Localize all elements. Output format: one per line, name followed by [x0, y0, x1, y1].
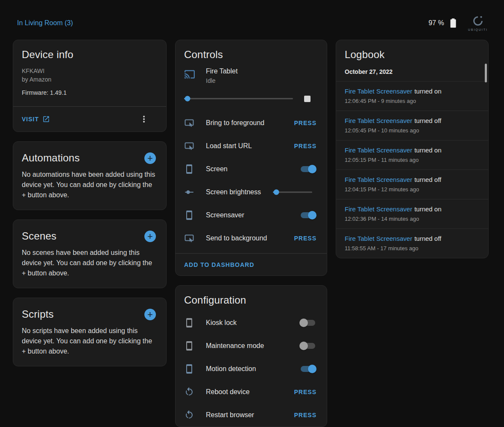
logbook-entry: Fire Tablet Screensaverturned off 12:05:… — [336, 111, 488, 140]
plus-icon: + — [147, 153, 153, 164]
configuration-row: Restart browser PRESS — [176, 404, 327, 427]
logbook-title: Logbook — [336, 40, 488, 61]
logbook-entity-link[interactable]: Fire Tablet Screensaver — [345, 176, 412, 183]
logbook-entity-link[interactable]: Fire Tablet Screensaver — [345, 88, 412, 95]
tablet-icon — [184, 318, 194, 328]
logbook-entry-line: Fire Tablet Screensaverturned off — [345, 234, 480, 243]
configuration-row: Motion detection — [176, 357, 327, 380]
control-row: Bring to foreground PRESS — [176, 111, 327, 135]
toggle-switch[interactable] — [299, 319, 316, 327]
automations-empty-text: No automations have been added using thi… — [13, 164, 166, 210]
add-automation-button[interactable]: + — [144, 152, 156, 164]
press-button[interactable]: PRESS — [294, 389, 316, 395]
logbook-entry-time: 11:58:55 AM - 17 minutes ago — [345, 245, 480, 252]
media-player-row[interactable]: Fire Tablet Idle — [176, 61, 327, 84]
logbook-entry-time: 12:05:15 PM - 11 minutes ago — [345, 157, 480, 163]
restart-icon — [184, 387, 194, 397]
logbook-scrollbar[interactable] — [485, 64, 487, 82]
add-scene-button[interactable]: + — [144, 231, 156, 242]
battery-icon — [448, 18, 459, 29]
control-row: Load start URL PRESS — [176, 135, 327, 158]
logbook-entity-link[interactable]: Fire Tablet Screensaver — [345, 205, 412, 213]
configuration-label: Reboot device — [206, 388, 294, 396]
cast-icon — [184, 69, 195, 80]
slider-thumb[interactable] — [274, 190, 279, 195]
toggle-switch[interactable] — [299, 365, 316, 373]
ubiquiti-logo-mark — [472, 15, 484, 27]
device-info-actions: VISIT — [13, 106, 166, 132]
media-player-name: Fire Tablet — [206, 67, 237, 75]
control-row: Send to background PRESS — [176, 227, 327, 250]
automations-title: Automations — [22, 152, 80, 164]
control-row: Screen — [176, 158, 327, 181]
press-button[interactable]: PRESS — [294, 143, 316, 149]
scripts-empty-text: No scripts have been added using this de… — [13, 320, 166, 366]
configuration-label: Kiosk lock — [206, 319, 299, 327]
toggle-thumb — [299, 319, 308, 327]
logbook-entry: Fire Tablet Screensaverturned off 12:04:… — [336, 170, 488, 199]
configuration-row: Reboot device PRESS — [176, 380, 327, 404]
logbook-entry: Fire Tablet Screensaverturned on 12:02:3… — [336, 199, 488, 228]
control-label: Screen — [206, 165, 299, 173]
configuration-rows: Kiosk lock Maintenance mode — [176, 311, 327, 427]
plus-icon: + — [147, 231, 153, 242]
toggle-thumb — [299, 342, 308, 350]
control-label: Screensaver — [206, 211, 299, 219]
toggle-switch[interactable] — [299, 211, 316, 219]
device-model: KFKAWI — [13, 61, 166, 75]
tablet-icon — [184, 341, 194, 351]
tablet-icon — [184, 364, 194, 374]
press-button[interactable]: PRESS — [294, 120, 316, 126]
tap-button-icon — [184, 141, 194, 151]
controls-card: Controls Fire Tablet Idle — [175, 40, 327, 276]
logbook-entry-time: 12:04:15 PM - 12 minutes ago — [345, 186, 480, 193]
scenes-header: Scenes + — [13, 220, 166, 242]
toggle-switch[interactable] — [299, 342, 316, 350]
media-volume-slider[interactable] — [184, 94, 293, 103]
logbook-entry-time: 12:06:45 PM - 9 minutes ago — [345, 98, 480, 104]
toggle-thumb — [308, 211, 316, 219]
media-slider-row — [176, 84, 327, 103]
tap-button-icon — [184, 233, 194, 243]
visit-button[interactable]: VISIT — [22, 115, 50, 123]
automations-header: Automations + — [13, 142, 166, 164]
plus-icon: + — [147, 309, 153, 320]
open-in-new-icon — [42, 115, 50, 123]
control-label: Screen brightness — [206, 188, 273, 196]
area-breadcrumb-link[interactable]: In Living Room (3) — [17, 19, 73, 27]
media-stop-button[interactable] — [304, 96, 311, 102]
logbook-entity-link[interactable]: Fire Tablet Screensaver — [345, 235, 412, 242]
logbook-event-text: turned off — [414, 117, 441, 124]
add-to-dashboard-button[interactable]: ADD TO DASHBOARD — [184, 261, 254, 268]
add-script-button[interactable]: + — [144, 309, 156, 320]
logbook-entry-line: Fire Tablet Screensaverturned on — [345, 87, 480, 96]
battery-percentage: 97 % — [428, 19, 444, 27]
logbook-entity-link[interactable]: Fire Tablet Screensaver — [345, 146, 412, 154]
configuration-label: Maintenance mode — [206, 342, 299, 350]
ubiquiti-logo-text: UBIQUITI — [468, 28, 488, 31]
left-column: Device info KFKAWI by Amazon Firmware: 1… — [13, 40, 167, 376]
configuration-label: Restart browser — [206, 411, 294, 419]
scenes-empty-text: No scenes have been added using this dev… — [13, 242, 166, 288]
control-row: Screensaver — [176, 204, 327, 227]
press-button[interactable]: PRESS — [294, 235, 316, 242]
scenes-card: Scenes + No scenes have been added using… — [13, 219, 167, 288]
configuration-card: Configuration Kiosk lock — [175, 285, 327, 427]
device-manufacturer: by Amazon — [13, 75, 166, 84]
control-label: Send to background — [206, 234, 294, 242]
tablet-icon — [184, 164, 194, 174]
scripts-header: Scripts + — [13, 298, 166, 320]
logbook-event-text: turned off — [414, 235, 441, 242]
press-button[interactable]: PRESS — [294, 412, 316, 418]
logbook-entry-time: 12:05:45 PM - 10 minutes ago — [345, 127, 480, 134]
toggle-thumb — [308, 365, 316, 373]
logbook-event-text: turned on — [414, 88, 441, 95]
logbook-entry-line: Fire Tablet Screensaverturned off — [345, 117, 480, 125]
slider-thumb[interactable] — [185, 96, 190, 102]
toggle-switch[interactable] — [299, 165, 316, 173]
middle-column: Controls Fire Tablet Idle — [175, 40, 327, 427]
overflow-menu-button[interactable] — [139, 114, 149, 124]
brightness-slider[interactable] — [273, 188, 312, 196]
logbook-entity-link[interactable]: Fire Tablet Screensaver — [345, 117, 412, 124]
logbook-event-text: turned on — [414, 205, 441, 213]
